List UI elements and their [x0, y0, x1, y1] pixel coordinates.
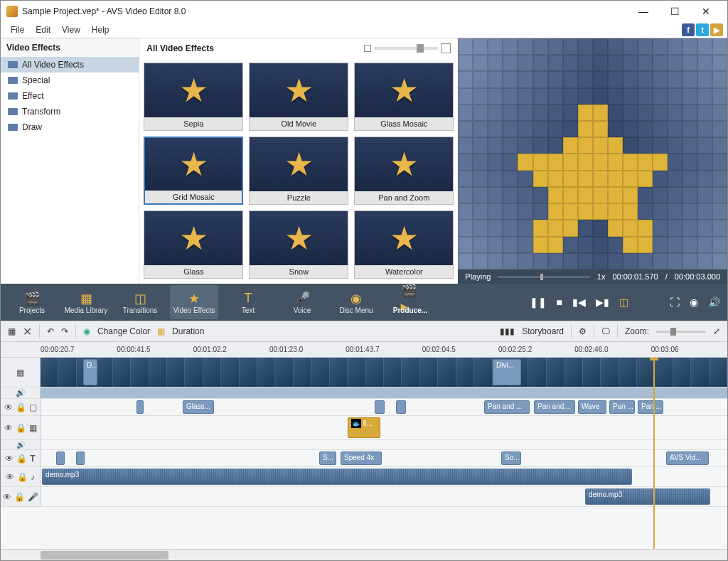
mainstrip-produce-[interactable]: 🎬▸Produce...	[386, 285, 434, 319]
category-special[interactable]: Special	[1, 73, 139, 88]
twitter-icon[interactable]: t	[696, 23, 709, 36]
overlay-track[interactable]: 👁🔒▦ 🐟 fi...	[1, 416, 727, 440]
display-icon[interactable]: 🖵	[601, 326, 610, 336]
eye-icon[interactable]: 👁	[4, 402, 13, 412]
lock-icon[interactable]: 🔒	[17, 472, 28, 482]
fx-clip[interactable]	[375, 400, 385, 414]
overlay-clip[interactable]: 🐟 fi...	[348, 417, 380, 438]
maximize-button[interactable]: ☐	[659, 1, 690, 22]
effect-pan-and-zoom[interactable]: ★Pan and Zoom	[354, 137, 454, 205]
fx-clip[interactable]: Pan ...	[609, 400, 635, 414]
playhead[interactable]	[653, 358, 655, 549]
effect-grid-mosaic[interactable]: ★Grid Mosaic	[144, 137, 243, 205]
effect-label: Grid Mosaic	[145, 191, 242, 203]
mainstrip-voice[interactable]: 🎤Voice	[278, 285, 326, 319]
audio-clip[interactable]: demo.mp3	[42, 469, 632, 485]
video-clip[interactable]: Divi...	[493, 359, 521, 385]
menu-file[interactable]: File	[5, 23, 30, 36]
eye-icon[interactable]: 👁	[4, 423, 13, 433]
delete-button[interactable]: ✕	[23, 325, 32, 338]
split-button[interactable]: ◫	[619, 296, 628, 308]
lock-icon[interactable]: 🔒	[14, 492, 25, 502]
effect-puzzle[interactable]: ★Puzzle	[249, 137, 348, 205]
effect-snow[interactable]: ★Snow	[249, 210, 348, 279]
lock-icon[interactable]: 🔒	[16, 454, 27, 464]
fx-clip[interactable]: Glass...	[183, 400, 214, 414]
effects-track[interactable]: 👁🔒▢ Glass...Pan and ...Pan and...WavePan…	[1, 399, 727, 416]
close-button[interactable]: ✕	[690, 1, 722, 22]
fx-clip[interactable]: Pan and...	[534, 400, 575, 414]
video-track[interactable]: ▦ D... Divi...	[1, 358, 727, 388]
lock-icon[interactable]: 🔒	[16, 402, 26, 412]
eye-icon[interactable]: 👁	[3, 492, 11, 502]
effect-sepia[interactable]: ★Sepia	[144, 63, 243, 131]
overlay-audio-track[interactable]: 🔊	[1, 440, 727, 450]
fx-clip[interactable]: Pan ...	[638, 400, 663, 414]
pause-button[interactable]: ❚❚	[530, 296, 547, 308]
category-effect[interactable]: Effect	[1, 88, 139, 104]
fx-clip[interactable]: Wave	[578, 400, 606, 414]
mainstrip-media-library[interactable]: ▦Media Library	[62, 285, 110, 319]
snapshot-button[interactable]: ◉	[690, 296, 698, 308]
text-clip[interactable]: So...	[501, 452, 521, 465]
text-clip[interactable]	[76, 452, 85, 465]
text-clip[interactable]: AVS Vid...	[666, 452, 709, 465]
fx-clip[interactable]	[396, 400, 406, 414]
effect-label: Watercolor	[355, 265, 453, 278]
thumbnail-size-slider[interactable]	[364, 43, 451, 53]
text-clip[interactable]: S...	[319, 452, 336, 465]
category-draw[interactable]: Draw	[1, 119, 139, 135]
stop-button[interactable]: ■	[557, 296, 562, 308]
audio-clip[interactable]: demo.mp3	[585, 488, 710, 505]
category-transform[interactable]: Transform	[1, 104, 139, 119]
text-clip[interactable]	[56, 452, 65, 465]
mainstrip-text[interactable]: TText	[224, 285, 272, 319]
fx-clip[interactable]	[136, 400, 144, 414]
next-frame-button[interactable]: ▶▮	[596, 296, 609, 308]
category-all-video-effects[interactable]: All Video Effects	[1, 57, 139, 73]
duration-button[interactable]: Duration	[172, 326, 204, 336]
undo-button[interactable]: ↶	[47, 326, 54, 336]
audio-track-1[interactable]: 👁🔒♪ demo.mp3	[1, 467, 727, 487]
mainstrip-transitions[interactable]: ◫Transitions	[116, 285, 164, 319]
youtube-icon[interactable]: ▶	[710, 23, 723, 36]
ruler-tick: 00:00:41.5	[117, 346, 193, 353]
effects-grid[interactable]: ★Sepia★Old Movie★Glass Mosaic★Grid Mosai…	[139, 58, 458, 284]
menu-help[interactable]: Help	[86, 23, 115, 36]
effect-settings-icon[interactable]: ▦	[8, 326, 16, 336]
fx-clip[interactable]: Pan and ...	[484, 400, 530, 414]
change-color-button[interactable]: Change Color	[97, 326, 150, 336]
menu-view[interactable]: View	[56, 23, 86, 36]
mainstrip-disc-menu[interactable]: ◉Disc Menu	[332, 285, 380, 319]
text-track[interactable]: 👁🔒T S...Speed 4xSo...AVS Vid...	[1, 450, 727, 467]
lock-icon[interactable]: 🔒	[16, 423, 26, 433]
redo-button[interactable]: ↷	[61, 326, 68, 336]
timeline-ruler[interactable]: 00:00:20.700:00:41.500:01:02.200:01:23.0…	[1, 342, 727, 358]
fullscreen-button[interactable]: ⛶	[670, 296, 680, 308]
video-audio-track[interactable]: 🔊	[1, 388, 727, 399]
mainstrip-video-effects[interactable]: ★Video Effects	[170, 285, 218, 319]
eye-icon[interactable]: 👁	[6, 472, 14, 482]
facebook-icon[interactable]: f	[682, 23, 695, 36]
mainstrip-projects[interactable]: 🎬Projects	[8, 285, 56, 319]
effect-watercolor[interactable]: ★Watercolor	[354, 210, 454, 279]
volume-button[interactable]: 🔊	[708, 296, 720, 308]
horizontal-scrollbar[interactable]	[1, 549, 727, 560]
effect-old-movie[interactable]: ★Old Movie	[249, 63, 348, 131]
video-clip[interactable]: D...	[83, 359, 97, 385]
window-title: Sample Project.vep* - AVS Video Editor 8…	[22, 6, 628, 16]
text-clip[interactable]: Speed 4x	[341, 452, 382, 465]
fit-zoom-button[interactable]: ⤢	[713, 326, 720, 336]
zoom-slider[interactable]	[656, 331, 706, 333]
prev-frame-button[interactable]: ▮◀	[572, 296, 586, 308]
effect-glass-mosaic[interactable]: ★Glass Mosaic	[354, 63, 454, 131]
minimize-button[interactable]: —	[628, 1, 659, 22]
size-large-icon	[441, 43, 451, 53]
volume-mixer-icon[interactable]: ⚙	[579, 326, 587, 336]
menu-edit[interactable]: Edit	[30, 23, 56, 36]
audio-track-2[interactable]: 👁🔒🎤 demo.mp3	[1, 487, 727, 507]
preview-seek-slider[interactable]	[498, 276, 589, 278]
storyboard-button[interactable]: Storyboard	[522, 326, 564, 336]
effect-glass[interactable]: ★Glass	[144, 210, 243, 279]
eye-icon[interactable]: 👁	[5, 454, 14, 464]
